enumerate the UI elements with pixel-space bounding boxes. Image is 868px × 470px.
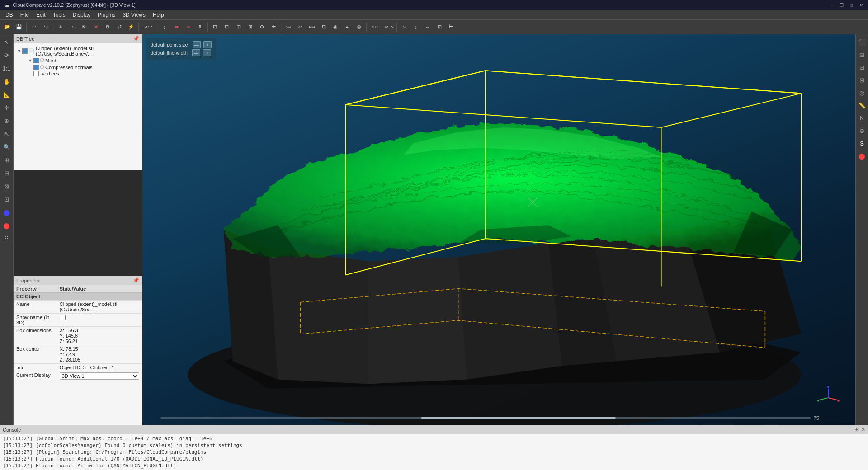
tree-item-vertices[interactable]: ▶ · vertices [15, 70, 140, 77]
toolbar-grid3[interactable]: ⊡ [233, 22, 244, 33]
toolbar-mls[interactable]: MLS [384, 22, 395, 33]
sidebar-cursor[interactable]: ↖ [1, 36, 13, 48]
toolbar-grid4[interactable]: ⊠ [245, 22, 255, 33]
menu-file[interactable]: File [17, 11, 33, 19]
toolbar-grid5[interactable]: ⊕ [256, 22, 267, 33]
sidebar-translate2[interactable]: ⇱ [1, 128, 13, 140]
display-select[interactable]: 3D View 1 [60, 372, 139, 380]
properties-pin[interactable]: 📌 [133, 277, 139, 283]
toolbar-redo[interactable]: ↪ [40, 22, 51, 33]
toolbar-cross[interactable]: ✚ [268, 22, 279, 33]
title-bar-controls[interactable]: ─ ❐ □ ✕ [828, 2, 864, 8]
menu-tools[interactable]: Tools [49, 11, 69, 19]
menu-edit[interactable]: Edit [33, 11, 49, 19]
toolbar-translate[interactable]: ✛ [55, 22, 66, 33]
right-sidebar-icon1[interactable]: ⬛ [856, 36, 868, 48]
toolbar-settings[interactable]: ⚙ [102, 22, 113, 33]
toolbar-arrows2[interactable]: ↔ [422, 22, 433, 33]
toolbar-compute[interactable]: ⚡ [126, 22, 137, 33]
tree-checkbox-vertices[interactable] [33, 71, 39, 76]
sidebar-zoom[interactable]: 1:1 [1, 62, 13, 74]
toolbar-icon1[interactable]: ⊞ [318, 22, 329, 33]
toolbar-sp[interactable]: SP [283, 22, 294, 33]
toolbar-open[interactable]: 📂 [2, 22, 13, 33]
scrollbar-thumb[interactable] [421, 417, 616, 419]
prop-showname-value[interactable] [57, 314, 142, 327]
right-sidebar-icon4[interactable]: ⊠ [856, 74, 868, 86]
toolbar-arrow3[interactable]: ⇦ [183, 22, 193, 33]
line-width-increase[interactable]: + [203, 49, 211, 56]
tree-expand-file[interactable]: ▼ [17, 49, 21, 53]
right-sidebar-icon9[interactable]: S [856, 137, 868, 149]
console-close[interactable]: ✕ [861, 427, 865, 432]
maximize-button[interactable]: □ [848, 2, 854, 8]
3d-view-area[interactable]: default point size — + default line widt… [142, 34, 855, 425]
view-scrollbar-area[interactable]: 75 [160, 415, 819, 421]
minimize-button[interactable]: ─ [828, 2, 835, 8]
right-sidebar-icon7[interactable]: N [856, 112, 868, 124]
toolbar-delete[interactable]: ✕ [90, 22, 101, 33]
sidebar-pick[interactable]: ✛ [1, 102, 13, 113]
sidebar-dots[interactable]: ⠿ [1, 233, 13, 244]
toolbar-square[interactable]: ⊡ [434, 22, 445, 33]
toolbar-grid2[interactable]: ⊟ [221, 22, 232, 33]
toolbar-circle1[interactable]: ◉ [330, 22, 341, 33]
console-detach[interactable]: ⊞ [854, 427, 859, 432]
show-name-checkbox[interactable] [60, 315, 66, 320]
toolbar-kd[interactable]: Kd [295, 22, 306, 33]
menu-plugins[interactable]: Plugins [94, 11, 119, 19]
right-sidebar-icon10[interactable]: ⬤ [856, 150, 868, 162]
right-sidebar-icon3[interactable]: ⊟ [856, 61, 868, 73]
toolbar-arrow2[interactable]: ⇒ [171, 22, 182, 33]
toolbar-sor[interactable]: SOR [141, 22, 155, 33]
toolbar-nc[interactable]: N+C [368, 22, 383, 33]
toolbar-s[interactable]: S [399, 22, 410, 33]
restore-button[interactable]: ❐ [838, 2, 844, 8]
toolbar-circle3[interactable]: ◎ [354, 22, 364, 33]
db-tree-pin[interactable]: 📌 [133, 36, 139, 42]
tree-item-file[interactable]: ▼ 📄 Clipped (extent)_model.stl (C:/Users… [17, 45, 140, 57]
sidebar-color[interactable]: ⬤ [1, 207, 13, 218]
toolbar-arrow4[interactable]: ⇑ [194, 22, 205, 33]
right-sidebar-icon6[interactable]: 📏 [856, 99, 868, 111]
tree-checkbox-mesh[interactable] [33, 58, 39, 63]
toolbar-refresh[interactable]: ↺ [114, 22, 125, 33]
toolbar-undo[interactable]: ↩ [28, 22, 39, 33]
point-size-increase[interactable]: + [203, 41, 212, 48]
tree-item-normals[interactable]: ▶ ⬡ Compressed normals [15, 64, 140, 70]
menu-db[interactable]: DB [2, 11, 17, 19]
sidebar-segment[interactable]: ⊡ [1, 193, 13, 205]
right-sidebar-icon8[interactable]: ⊕ [856, 125, 868, 136]
scrollbar-track[interactable] [160, 417, 811, 419]
sidebar-pan[interactable]: ✋ [1, 75, 13, 87]
tree-expand-mesh[interactable]: ▼ [28, 58, 33, 63]
toolbar-arrow5[interactable]: ⊢ [446, 22, 457, 33]
menu-display[interactable]: Display [69, 11, 94, 19]
menu-help[interactable]: Help [149, 11, 168, 19]
toolbar-arrow[interactable]: ↕ [159, 22, 170, 33]
close-button[interactable]: ✕ [858, 2, 864, 8]
toolbar-save[interactable]: 💾 [14, 22, 24, 33]
toolbar-scale[interactable]: ⇱ [79, 22, 90, 33]
right-sidebar-icon5[interactable]: ◎ [856, 87, 868, 99]
line-width-decrease[interactable]: — [192, 49, 200, 56]
sidebar-select[interactable]: ⊟ [1, 167, 13, 179]
tree-item-mesh[interactable]: ▼ ⬡ Mesh [23, 57, 140, 64]
prop-display-value[interactable]: 3D View 1 [57, 371, 142, 381]
sidebar-measure[interactable]: 📐 [1, 89, 13, 100]
sidebar-section[interactable]: ⊕ [1, 115, 13, 127]
sidebar-zoom2[interactable]: 🔍 [1, 141, 13, 153]
right-sidebar-icon2[interactable]: ⊞ [856, 49, 868, 61]
tree-checkbox-normals[interactable] [33, 65, 39, 70]
toolbar-arrows1[interactable]: ↕ [410, 22, 421, 33]
sidebar-rotate[interactable]: ⟳ [1, 49, 13, 61]
toolbar-circle2[interactable]: ● [342, 22, 353, 33]
toolbar-rotate[interactable]: ⟳ [67, 22, 78, 33]
sidebar-polyline[interactable]: ⊠ [1, 180, 13, 192]
sidebar-clip[interactable]: ⊞ [1, 154, 13, 166]
sidebar-color2[interactable]: ⬤ [1, 220, 13, 231]
toolbar-grid1[interactable]: ⊞ [209, 22, 220, 33]
toolbar-fm[interactable]: FM [307, 22, 317, 33]
tree-checkbox-file[interactable] [22, 48, 28, 54]
point-size-decrease[interactable]: — [193, 41, 201, 48]
